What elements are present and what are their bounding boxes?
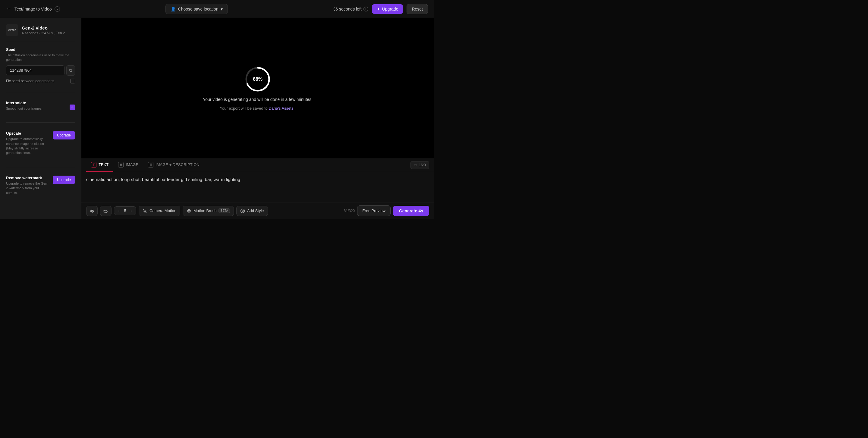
svg-point-3	[143, 209, 147, 213]
divider-1	[6, 92, 75, 92]
undo-button[interactable]	[100, 206, 112, 216]
step-left-arrow[interactable]: ←	[117, 209, 121, 213]
settings-button[interactable]	[86, 206, 98, 216]
tab-image-description[interactable]: ⊞ IMAGE + DESCRIPTION	[143, 158, 204, 172]
seed-input-row: ⧉	[6, 65, 75, 76]
text-tab-icon: T	[91, 162, 96, 167]
ratio-badge[interactable]: ▭ 16:9	[410, 161, 429, 169]
tab-text[interactable]: T TEXT	[86, 158, 113, 172]
progress-circle: 68%	[244, 66, 271, 93]
prompt-area[interactable]: cinematic action, long shot, beautiful b…	[82, 172, 434, 202]
watermark-upgrade-button[interactable]: Upgrade	[53, 176, 75, 184]
motion-brush-button[interactable]: Motion Brush BETA	[183, 206, 234, 216]
char-count: 81/320	[344, 209, 355, 213]
fix-seed-checkbox[interactable]	[70, 79, 75, 83]
interpolate-title: Interpolate	[6, 101, 42, 105]
seed-input[interactable]	[6, 65, 64, 75]
top-nav: ← Text/Image to Video ? 👤 Choose save lo…	[0, 0, 434, 18]
camera-motion-button[interactable]: Camera Motion	[138, 206, 180, 216]
add-style-icon	[240, 208, 245, 213]
svg-point-6	[241, 209, 244, 213]
upgrade-label: Upgrade	[382, 7, 398, 11]
step-count: 5	[122, 208, 128, 213]
progress-circle-container: 68%	[244, 66, 271, 93]
tab-image[interactable]: ▣ IMAGE	[113, 158, 143, 172]
upscale-upgrade-button[interactable]: Upgrade	[53, 131, 75, 139]
interpolate-row: Interpolate Smooth out your frames.	[6, 101, 75, 114]
export-prefix: Your export will be saved to	[220, 106, 268, 110]
nav-right: 36 seconds left i ✦ Upgrade Reset	[333, 4, 428, 14]
toolbar: ← 5 → Camera Motion Motion	[82, 202, 434, 219]
video-title: Gen-2 video	[22, 25, 65, 30]
watermark-section: Remove watermark Upgrade to remove the G…	[6, 176, 75, 198]
sparkle-icon: ✦	[377, 7, 380, 11]
generate-button[interactable]: Generate 4s	[393, 206, 429, 216]
image-tab-label: IMAGE	[126, 162, 138, 167]
seed-title: Seed	[6, 47, 75, 52]
upscale-title: Upscale	[6, 131, 50, 136]
interpolate-checkbox[interactable]	[70, 104, 75, 110]
interpolate-desc: Smooth out your frames.	[6, 106, 42, 111]
add-style-label: Add Style	[247, 208, 264, 213]
video-preview: 68% Your video is generating and will be…	[82, 18, 434, 158]
reset-button[interactable]: Reset	[407, 4, 428, 14]
seed-description: The diffusion coordinates used to make t…	[6, 53, 75, 62]
user-icon: 👤	[170, 7, 176, 11]
export-suffix: .	[294, 106, 296, 110]
page-title: Text/Image to Video	[14, 7, 52, 11]
interpolate-info: Interpolate Smooth out your frames.	[6, 101, 42, 114]
interpolate-section: Interpolate Smooth out your frames.	[6, 101, 75, 114]
upscale-info: Upscale Upgrade to automatically enhance…	[6, 131, 50, 159]
svg-point-7	[242, 210, 243, 211]
timer-text: 36 seconds left i	[333, 7, 368, 11]
nav-left: ← Text/Image to Video ?	[6, 6, 60, 12]
free-preview-button[interactable]: Free Preview	[357, 205, 391, 216]
svg-point-4	[187, 209, 190, 212]
text-tab-label: TEXT	[98, 162, 108, 167]
tabs-row: T TEXT ▣ IMAGE ⊞ IMAGE + DESCRIPTION ▭ 1…	[82, 158, 434, 172]
save-location-button[interactable]: 👤 Choose save location ▾	[165, 4, 228, 14]
motion-brush-label: Motion Brush	[193, 208, 217, 213]
generating-text: Your video is generating and will be don…	[203, 97, 313, 102]
motion-brush-icon	[187, 208, 191, 213]
chevron-down-icon: ▾	[221, 7, 223, 11]
divider-2	[6, 122, 75, 123]
undo-icon	[103, 208, 108, 213]
tabs: T TEXT ▣ IMAGE ⊞ IMAGE + DESCRIPTION	[86, 158, 204, 172]
watermark-desc: Upgrade to remove the Gen-2 watermark fr…	[6, 181, 50, 195]
svg-point-5	[188, 210, 190, 211]
progress-percent: 68%	[253, 76, 262, 82]
back-button[interactable]: ←	[6, 6, 11, 12]
video-meta: 4 seconds · 2:47AM, Feb 2	[22, 31, 65, 35]
gen2-thumbnail: GEN-2	[6, 24, 18, 36]
watermark-title: Remove watermark	[6, 176, 50, 180]
main-area: 68% Your video is generating and will be…	[82, 18, 434, 219]
watermark-info: Remove watermark Upgrade to remove the G…	[6, 176, 50, 198]
copy-seed-button[interactable]: ⧉	[66, 65, 75, 76]
nav-center: 👤 Choose save location ▾	[165, 4, 228, 14]
add-style-button[interactable]: Add Style	[236, 206, 268, 216]
export-link[interactable]: Daria's Assets	[269, 106, 293, 110]
image-desc-tab-label: IMAGE + DESCRIPTION	[156, 162, 199, 167]
fix-seed-label: Fix seed between generations	[6, 79, 54, 83]
ratio-icon: ▭	[414, 163, 417, 167]
bottom-section: T TEXT ▣ IMAGE ⊞ IMAGE + DESCRIPTION ▭ 1…	[82, 158, 434, 219]
divider-3	[6, 167, 75, 167]
save-location-label: Choose save location	[178, 7, 218, 11]
ratio-label: 16:9	[419, 163, 426, 167]
camera-motion-icon	[143, 208, 147, 213]
camera-motion-label: Camera Motion	[150, 208, 176, 213]
fix-seed-row: Fix seed between generations	[6, 79, 75, 83]
prompt-text: cinematic action, long shot, beautiful b…	[86, 176, 429, 183]
step-right-arrow[interactable]: →	[129, 209, 133, 213]
upgrade-button[interactable]: ✦ Upgrade	[372, 4, 403, 14]
video-details: Gen-2 video 4 seconds · 2:47AM, Feb 2	[22, 25, 65, 35]
image-desc-tab-icon: ⊞	[148, 162, 153, 167]
step-count-row: ← 5 →	[114, 206, 136, 215]
svg-point-2	[144, 210, 146, 212]
timer-label: 36 seconds left	[333, 7, 362, 11]
help-icon[interactable]: ?	[55, 6, 60, 12]
info-icon: i	[364, 7, 368, 11]
export-text: Your export will be saved to Daria's Ass…	[220, 106, 296, 110]
content-area: GEN-2 Gen-2 video 4 seconds · 2:47AM, Fe…	[0, 18, 434, 219]
